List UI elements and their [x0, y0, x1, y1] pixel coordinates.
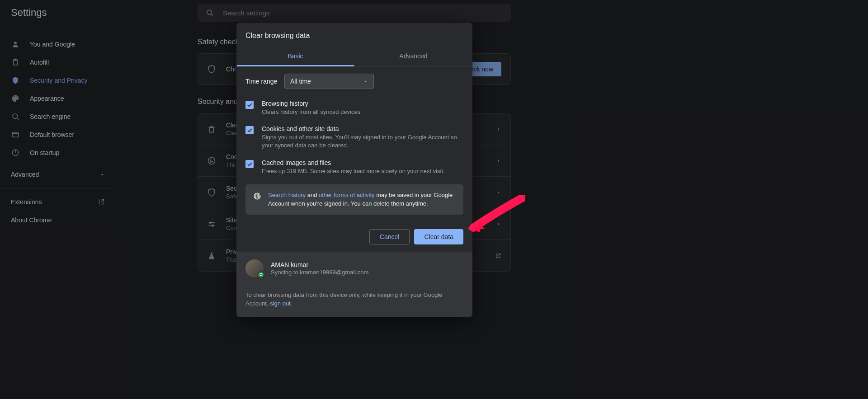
checkbox-cached[interactable]	[245, 160, 254, 168]
footer-text-2: .	[291, 300, 292, 307]
check-row-cached: Cached images and files Frees up 319 MB.…	[245, 155, 463, 180]
dialog-tabs: Basic Advanced	[236, 46, 472, 66]
tab-basic[interactable]: Basic	[236, 46, 354, 66]
check-row-browsing-history: Browsing history Clears history from all…	[245, 95, 463, 121]
avatar	[245, 259, 264, 277]
checkbox-cookies[interactable]	[245, 126, 254, 134]
time-range-select[interactable]: All time	[284, 74, 374, 89]
time-range-label: Time range	[245, 78, 284, 85]
tab-advanced[interactable]: Advanced	[354, 46, 472, 66]
google-account-info-box: Search history and other forms of activi…	[245, 184, 463, 215]
check-title: Cached images and files	[262, 159, 445, 166]
time-range-value: All time	[290, 78, 311, 85]
other-activity-link[interactable]: other forms of activity	[319, 192, 375, 198]
check-sub: Clears history from all synced devices	[262, 108, 360, 116]
profile-sync: Syncing to kraman19999@gmail.com	[271, 269, 368, 276]
clear-data-button[interactable]: Clear data	[414, 229, 463, 244]
sign-out-link[interactable]: sign out	[270, 300, 291, 307]
chevron-down-icon	[363, 79, 368, 84]
sync-status-icon	[257, 271, 264, 278]
check-sub: Signs you out of most sites. You'll stay…	[262, 133, 463, 150]
check-title: Browsing history	[262, 100, 360, 107]
check-title: Cookies and other site data	[262, 125, 463, 132]
cancel-button[interactable]: Cancel	[369, 229, 410, 244]
clear-browsing-data-dialog: Clear browsing data Basic Advanced Time …	[236, 23, 472, 317]
google-icon	[253, 192, 262, 201]
check-row-cookies: Cookies and other site data Signs you ou…	[245, 121, 463, 154]
dialog-title: Clear browsing data	[236, 23, 472, 40]
profile-row: AMAN kumar Syncing to kraman19999@gmail.…	[245, 259, 463, 277]
check-sub: Frees up 319 MB. Some sites may load mor…	[262, 167, 445, 175]
info-text-1: and	[306, 192, 319, 198]
profile-name: AMAN kumar	[271, 261, 368, 268]
search-history-link[interactable]: Search history	[268, 192, 306, 198]
checkbox-browsing-history[interactable]	[245, 101, 254, 109]
footer-divider	[245, 284, 463, 284]
